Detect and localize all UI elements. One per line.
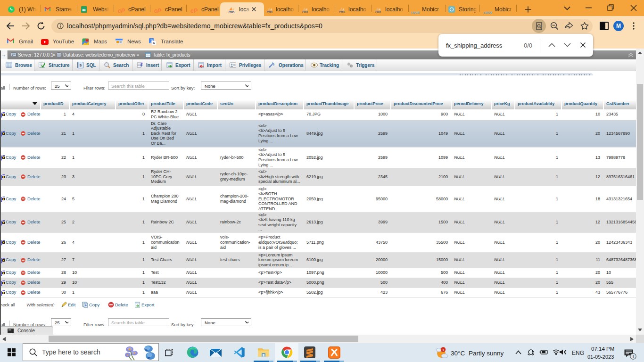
svg-text:1: 1 [632, 354, 635, 359]
svg-text:S: S [80, 64, 82, 67]
svg-text:PMA: PMA [302, 10, 308, 13]
svg-text:PMA: PMA [229, 10, 234, 13]
svg-text:1: 1 [442, 348, 445, 352]
svg-text:PMA: PMA [339, 10, 345, 13]
svg-text:A: A [153, 41, 156, 45]
svg-text:PMA: PMA [267, 10, 272, 13]
svg-text:PMA: PMA [375, 10, 381, 13]
